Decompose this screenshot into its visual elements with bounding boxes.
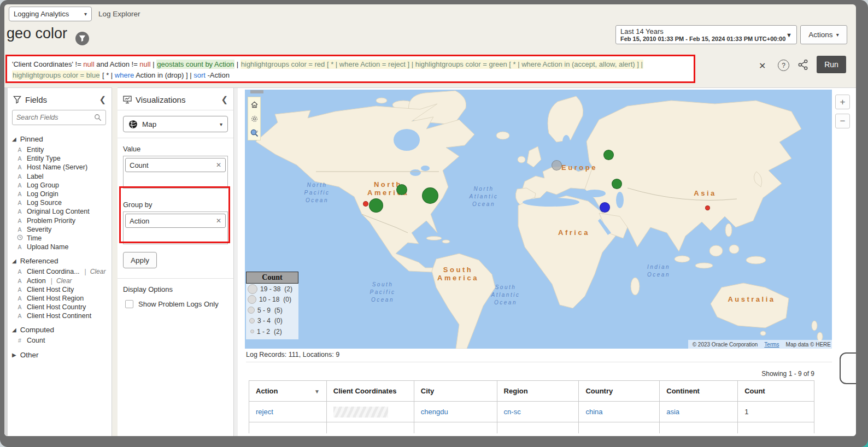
field-item-severity[interactable]: ASeverity (4, 225, 112, 234)
cell-action[interactable]: reject (249, 402, 327, 422)
column-header-continent[interactable]: Continent (660, 381, 738, 402)
expanded-triangle-icon: ◢ (12, 136, 16, 142)
field-item-label[interactable]: ALabel (4, 172, 112, 181)
run-button[interactable]: Run (817, 56, 846, 73)
group-by-chip[interactable]: Action ✕ (125, 214, 226, 228)
expanded-triangle-icon: ◢ (12, 327, 16, 333)
column-header-count[interactable]: Count (738, 381, 814, 402)
field-item-count[interactable]: #Count (4, 336, 112, 345)
time-range-picker[interactable]: Last 14 Years Feb 15, 2010 01:33 PM - Fe… (615, 25, 797, 44)
vertical-scrollbar[interactable] (234, 88, 238, 436)
field-item-log-source[interactable]: ALog Source (4, 198, 112, 207)
table-header-row: Action▼ Client Coordinates City Region C… (249, 381, 814, 402)
field-item-client-host-country[interactable]: AClient Host Country (4, 303, 112, 311)
section-other[interactable]: ▶Other (4, 345, 112, 361)
column-header-city[interactable]: City (414, 381, 497, 402)
column-header-client-coordinates[interactable]: Client Coordinates (326, 381, 414, 402)
legend-row[interactable]: 10 - 18(0) (246, 295, 298, 305)
cell-continent[interactable]: asia (660, 402, 738, 422)
string-field-icon: A (16, 244, 23, 250)
side-panel-handle[interactable] (840, 352, 856, 384)
section-referenced[interactable]: ◢Referenced (4, 251, 112, 267)
group-by-box[interactable]: Action ✕ (123, 211, 228, 244)
showing-count: Showing 1 - 9 of 9 (761, 370, 814, 378)
search-input[interactable] (16, 114, 94, 121)
field-item-client-host-city[interactable]: AClient Host City (4, 285, 112, 294)
field-item-host-name[interactable]: AHost Name (Server) (4, 163, 112, 172)
field-item-entity[interactable]: AEntity (4, 145, 112, 154)
actions-button[interactable]: Actions ▾ (800, 25, 847, 44)
map-marker-blue-middle-east[interactable] (600, 202, 610, 213)
fields-panel-scrollbar[interactable] (4, 88, 8, 436)
field-item-client-coordinates[interactable]: AClient Coordina...|Clear (4, 267, 112, 276)
map-marker-green-us-midwest[interactable] (396, 184, 407, 195)
field-item-entity-type[interactable]: AEntity Type (4, 154, 112, 163)
zoom-to-fit-icon[interactable] (249, 128, 259, 138)
value-box[interactable]: Count ✕ (123, 156, 228, 189)
string-field-icon: A (16, 226, 23, 233)
legend-row[interactable]: 1 - 2(2) (246, 326, 298, 337)
chart-type-select[interactable]: Map ▾ (123, 116, 228, 132)
workspace-select[interactable]: Logging Analytics ▾ (9, 7, 92, 21)
show-problem-logs-checkbox[interactable] (125, 300, 133, 308)
map-marker-green-us-east[interactable] (422, 187, 438, 204)
map-marker-red-us-west[interactable] (363, 201, 368, 207)
field-item-time[interactable]: Time (4, 234, 112, 243)
help-icon[interactable]: ? (778, 60, 789, 71)
section-computed[interactable]: ◢Computed (4, 320, 112, 336)
share-icon[interactable] (798, 60, 808, 72)
field-item-log-origin[interactable]: ALog Origin (4, 190, 112, 198)
terms-link[interactable]: Terms (764, 342, 779, 348)
zoom-out-button[interactable]: − (835, 114, 850, 128)
apply-button[interactable]: Apply (123, 252, 157, 268)
show-problem-logs-label: Show Problem Logs Only (138, 300, 219, 308)
legend-row[interactable]: 19 - 38(2) (246, 284, 298, 295)
field-item-action[interactable]: AAction|Clear (4, 276, 112, 285)
world-map[interactable]: North America Europe Asia Africa South A… (245, 90, 832, 349)
remove-chip-icon[interactable]: ✕ (216, 217, 221, 225)
query-input[interactable]: 'Client Coordinates' != null and Action … (5, 55, 695, 83)
string-field-icon: A (16, 278, 23, 284)
workspace-select-value: Logging Analytics (14, 10, 84, 18)
value-chip[interactable]: Count ✕ (125, 158, 226, 172)
clear-query-icon[interactable]: ✕ (759, 61, 766, 71)
field-item-client-host-continent[interactable]: AClient Host Continent (4, 311, 112, 320)
separator: | (51, 277, 52, 285)
map-marker-red-china[interactable] (705, 205, 710, 210)
separator: | (85, 268, 86, 275)
filter-icon[interactable] (75, 32, 89, 45)
fields-search[interactable] (12, 110, 106, 125)
map-marker-green-caucasus[interactable] (612, 179, 622, 189)
gear-icon[interactable] (249, 114, 259, 123)
legend-row[interactable]: 5 - 9(5) (246, 305, 298, 316)
zoom-in-button[interactable]: + (835, 95, 850, 109)
map-marker-green-us-southwest[interactable] (369, 198, 383, 213)
value-label: Value (123, 145, 228, 153)
home-icon[interactable] (249, 99, 259, 109)
map-marker-gray-western-europe[interactable] (552, 160, 562, 170)
collapse-panel-icon[interactable]: ❮ (99, 95, 106, 104)
column-header-region[interactable]: Region (497, 381, 579, 402)
column-header-country[interactable]: Country (579, 381, 660, 402)
cell-country[interactable]: china (579, 402, 660, 422)
field-item-log-group[interactable]: ALog Group (4, 181, 112, 190)
remove-chip-icon[interactable]: ✕ (216, 161, 221, 169)
clear-link[interactable]: Clear (56, 277, 72, 285)
map-marker-green-russia[interactable] (603, 150, 614, 160)
section-pinned[interactable]: ◢Pinned (4, 130, 112, 145)
map-scrollbar-thumb[interactable] (250, 90, 263, 93)
cell-city[interactable]: chengdu (414, 402, 497, 422)
clear-link[interactable]: Clear (90, 268, 106, 275)
cell-region[interactable]: cn-sc (497, 402, 579, 422)
field-item-original-log-content[interactable]: AOriginal Log Content (4, 207, 112, 216)
field-item-client-host-region[interactable]: AClient Host Region (4, 294, 112, 303)
expanded-triangle-icon: ◢ (12, 258, 16, 264)
collapse-panel-icon[interactable]: ❮ (221, 95, 228, 104)
column-header-action[interactable]: Action▼ (249, 381, 327, 402)
field-item-problem-priority[interactable]: AProblem Priority (4, 216, 112, 225)
legend-row[interactable]: 3 - 4(0) (246, 316, 298, 327)
chevron-down-icon: ▼ (786, 32, 792, 38)
sort-descending-icon[interactable]: ▼ (314, 389, 320, 395)
field-item-upload-name[interactable]: AUpload Name (4, 243, 112, 251)
legend-circle (248, 284, 257, 294)
